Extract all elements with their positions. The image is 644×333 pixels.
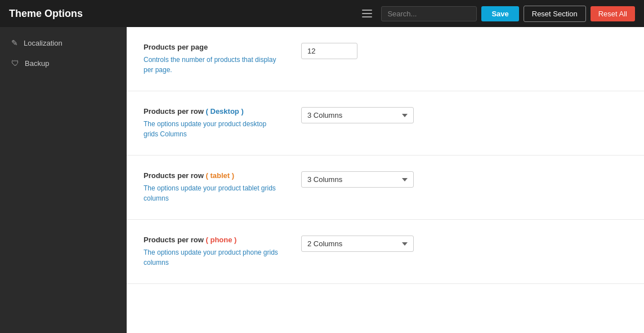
app-title: Theme Options <box>9 8 351 20</box>
option-row-products-per-page: Products per page Controls the number of… <box>127 27 644 91</box>
option-label-tablet: Products per row ( tablet ) <box>144 171 279 180</box>
menu-icon-button[interactable] <box>357 7 377 20</box>
shield-icon: 🛡 <box>11 59 19 68</box>
option-row-products-per-row-desktop: Products per row ( Desktop ) The options… <box>127 91 644 156</box>
svg-rect-0 <box>362 10 372 11</box>
option-row-products-per-row-tablet: Products per row ( tablet ) The options … <box>127 156 644 220</box>
option-label-group-desktop: Products per row ( Desktop ) The options… <box>144 107 279 139</box>
products-per-row-tablet-select[interactable]: 1 Column 2 Columns 3 Columns 4 Columns <box>301 171 414 188</box>
reset-all-button[interactable]: Reset All <box>591 6 635 21</box>
option-desc-products-per-page: Controls the number of products that dis… <box>144 55 279 75</box>
option-desc-tablet: The options update your product tablet g… <box>144 183 279 203</box>
sidebar-item-backup-label: Backup <box>25 59 49 68</box>
sidebar-item-localization[interactable]: ✎ Localization <box>0 33 127 53</box>
svg-rect-2 <box>362 16 372 17</box>
option-label-desktop: Products per row ( Desktop ) <box>144 107 279 116</box>
save-button[interactable]: Save <box>481 6 518 21</box>
option-label-products-per-page: Products per page <box>144 43 279 51</box>
option-label-group-products-per-page: Products per page Controls the number of… <box>144 43 279 75</box>
search-input[interactable] <box>381 6 477 21</box>
option-control-phone: 1 Column 2 Columns 3 Columns <box>301 236 627 252</box>
sidebar: ✎ Localization 🛡 Backup <box>0 27 127 333</box>
content-area: Products per page Controls the number of… <box>127 27 644 333</box>
option-control-desktop: 1 Column 2 Columns 3 Columns 4 Columns 5… <box>301 107 627 123</box>
option-label-group-phone: Products per row ( phone ) The options u… <box>144 236 279 268</box>
main-layout: ✎ Localization 🛡 Backup Products per pag… <box>0 27 644 333</box>
products-per-page-input[interactable] <box>301 43 357 59</box>
option-desc-desktop: The options update your product desktop … <box>144 119 279 139</box>
option-label-phone: Products per row ( phone ) <box>144 236 279 244</box>
svg-rect-1 <box>362 13 372 14</box>
products-per-row-desktop-select[interactable]: 1 Column 2 Columns 3 Columns 4 Columns 5… <box>301 107 414 123</box>
header: Theme Options Save Reset Section Reset A… <box>0 0 644 27</box>
header-actions: Save Reset Section Reset All <box>357 6 635 22</box>
sidebar-item-localization-label: Localization <box>24 39 62 47</box>
option-control-tablet: 1 Column 2 Columns 3 Columns 4 Columns <box>301 171 627 188</box>
option-control-products-per-page <box>301 43 627 59</box>
option-row-products-per-row-phone: Products per row ( phone ) The options u… <box>127 220 644 284</box>
option-desc-phone: The options update your product phone gr… <box>144 247 279 268</box>
option-label-group-tablet: Products per row ( tablet ) The options … <box>144 171 279 203</box>
products-per-row-phone-select[interactable]: 1 Column 2 Columns 3 Columns <box>301 236 414 252</box>
reset-section-button[interactable]: Reset Section <box>524 6 586 22</box>
edit-icon: ✎ <box>11 38 18 47</box>
sidebar-item-backup[interactable]: 🛡 Backup <box>0 53 127 73</box>
